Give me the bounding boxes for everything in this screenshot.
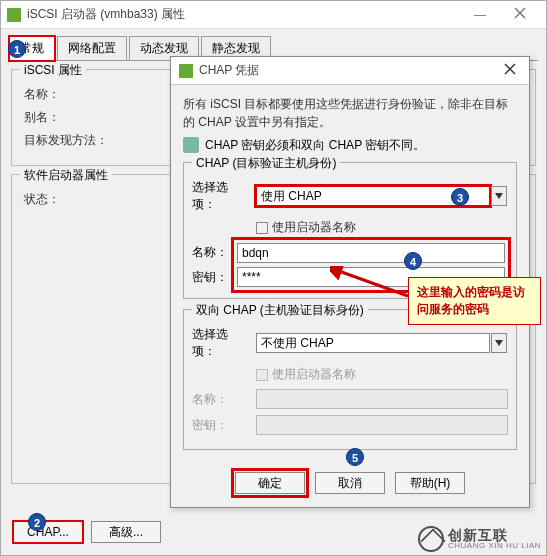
chap-title: CHAP 凭据	[199, 62, 499, 79]
ok-button[interactable]: 确定	[235, 472, 305, 494]
dropdown-arrow-button[interactable]	[491, 333, 507, 353]
label-mutual-option: 选择选项：	[192, 326, 250, 360]
label-name: 名称：	[24, 86, 114, 103]
mutual-name-input	[256, 389, 508, 409]
main-titlebar: iSCSI 启动器 (vmhba33) 属性 —	[1, 1, 546, 29]
chap-info-row: CHAP 密钥必须和双向 CHAP 密钥不同。	[183, 137, 517, 154]
close-icon	[514, 7, 526, 19]
watermark: 创新互联 CHUANG XIN HU LIAN	[418, 526, 541, 552]
group-software-legend: 软件启动器属性	[20, 167, 112, 184]
watermark-logo-icon	[418, 526, 444, 552]
label-discovery: 目标发现方法：	[24, 132, 114, 149]
cancel-button[interactable]: 取消	[315, 472, 385, 494]
svg-marker-5	[495, 340, 503, 346]
dropdown-arrow-button[interactable]	[491, 186, 507, 206]
chap-use-initiator-row: 使用启动器名称	[256, 219, 508, 236]
label-alias: 别名：	[24, 109, 114, 126]
watermark-en: CHUANG XIN HU LIAN	[448, 542, 541, 550]
app-icon	[179, 64, 193, 78]
window-title: iSCSI 启动器 (vmhba33) 属性	[27, 6, 460, 23]
svg-line-7	[336, 270, 408, 296]
group-iscsi-legend: iSCSI 属性	[20, 62, 86, 79]
app-icon	[7, 8, 21, 22]
chap-close-button[interactable]	[499, 63, 521, 78]
callout-badge-1: 1	[8, 40, 26, 58]
group-mutual-chap: 双向 CHAP (主机验证目标身份) 选择选项： 不使用 CHAP 使用启动器名…	[183, 309, 517, 450]
mutual-use-initiator-checkbox	[256, 369, 268, 381]
chap-option-value: 使用 CHAP	[261, 188, 322, 205]
mutual-use-initiator-row: 使用启动器名称	[256, 366, 508, 383]
callout-arrow-icon	[330, 266, 410, 306]
callout-badge-5: 5	[346, 448, 364, 466]
chap-description: 所有 iSCSI 目标都要使用这些凭据进行身份验证，除非在目标的 CHAP 设置…	[183, 95, 517, 131]
mutual-use-initiator-label: 使用启动器名称	[272, 366, 356, 383]
group-chap-legend: CHAP (目标验证主机身份)	[192, 155, 340, 172]
chap-info-text: CHAP 密钥必须和双向 CHAP 密钥不同。	[205, 137, 425, 154]
mutual-secret-input	[256, 415, 508, 435]
close-button[interactable]	[500, 4, 540, 26]
help-button[interactable]: 帮助(H)	[395, 472, 465, 494]
chap-use-initiator-label: 使用启动器名称	[272, 219, 356, 236]
callout-tooltip: 这里输入的密码是访问服务的密码	[408, 277, 541, 325]
close-icon	[504, 63, 516, 75]
callout-badge-3: 3	[451, 188, 469, 206]
label-chap-secret: 密钥：	[192, 269, 228, 286]
minimize-button[interactable]: —	[460, 4, 500, 26]
callout-badge-2: 2	[28, 513, 46, 531]
chap-dialog-buttons: 确定 取消 帮助(H)	[171, 464, 529, 504]
chap-use-initiator-checkbox[interactable]	[256, 222, 268, 234]
chevron-down-icon	[495, 340, 503, 346]
watermark-cn: 创新互联	[448, 528, 541, 542]
chap-titlebar: CHAP 凭据	[171, 57, 529, 85]
advanced-button[interactable]: 高级...	[91, 521, 161, 543]
info-icon	[183, 137, 199, 153]
label-mutual-name: 名称：	[192, 391, 250, 408]
chevron-down-icon	[495, 193, 503, 199]
svg-marker-4	[495, 193, 503, 199]
label-chap-name: 名称：	[192, 244, 228, 261]
chap-name-input[interactable]: bdqn	[237, 243, 505, 263]
tab-network[interactable]: 网络配置	[57, 36, 127, 61]
label-chap-option: 选择选项：	[192, 179, 250, 213]
chap-button[interactable]: CHAP...	[13, 521, 83, 543]
label-status: 状态：	[24, 191, 114, 208]
label-mutual-secret: 密钥：	[192, 417, 250, 434]
mutual-option-value: 不使用 CHAP	[261, 335, 334, 352]
mutual-option-dropdown[interactable]: 不使用 CHAP	[256, 333, 490, 353]
